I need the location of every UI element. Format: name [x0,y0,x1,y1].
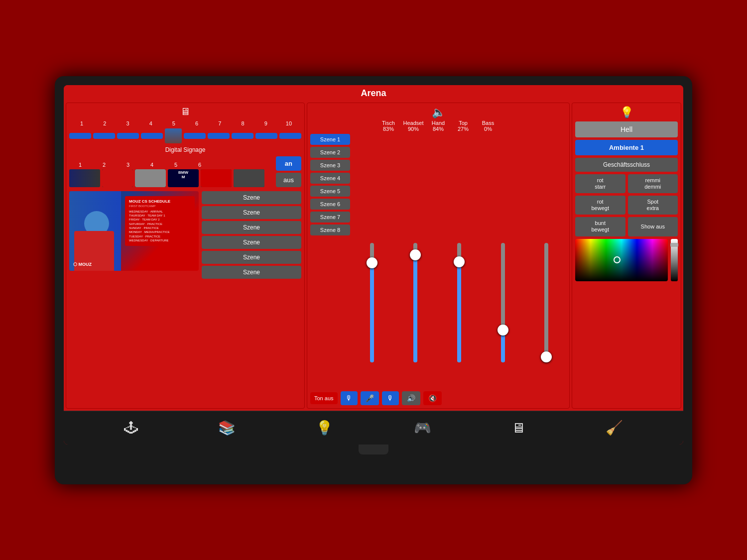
color-cursor [614,256,621,263]
screen-btn-6[interactable] [184,133,206,139]
scene-buttons-col: Szene Szene Szene Szene Szene Szene [202,191,301,405]
btn-vol-off[interactable]: 🔇 [423,391,442,405]
screen-num-1: 1 [71,120,92,126]
brightness-slider[interactable] [671,239,678,281]
btn-vol[interactable]: 🔊 [402,391,420,405]
audio-scene-7[interactable]: Szene 7 [310,212,350,223]
ds-thumb-4: BMWM [168,169,199,187]
btn-rot-bewegt[interactable]: rotbewegt [575,196,625,215]
nav-layers[interactable]: 📚 [218,420,236,436]
audio-bottom-controls: Ton aus 🎙 🎤 🎙 🔊 🔇 [310,389,566,405]
sliders-area [352,134,566,387]
monitor-stand [359,445,388,454]
screen-buttons-row [69,128,301,143]
screen-num-2: 2 [94,120,115,126]
btn-rot-starr[interactable]: rotstarr [575,174,625,193]
btn-spot-extra[interactable]: Spotextra [628,196,678,215]
nav-light[interactable]: 💡 [316,420,333,436]
ds-thumb-5 [201,169,232,187]
panel-left: 🖥 1 2 3 4 5 6 7 8 9 10 [66,103,305,409]
audio-scene-5[interactable]: Szene 5 [310,186,350,197]
btn-geschaft[interactable]: Geschäftsschluss [575,158,678,172]
digital-signage-section: 1 2 3 4 5 6 [69,156,301,187]
audio-scene-1[interactable]: Szene 1 [310,134,350,145]
ds-thumb-3 [135,169,166,187]
schedule-text: MOUZ CS SCHEDULE FIRST BOOTCAMP WEDNESDA… [125,196,195,246]
audio-content: Szene 1 Szene 2 Szene 3 Szene 4 Szene 5 … [310,134,566,387]
scene-btn-2[interactable]: Szene [202,206,301,219]
btn-mic-2[interactable]: 🎤 [361,391,379,405]
audio-scene-4[interactable]: Szene 4 [310,173,350,184]
scene-btn-4[interactable]: Szene [202,236,301,249]
label-bass: Bass 0% [477,120,499,132]
screen-btn-3[interactable] [117,133,139,139]
btn-aus[interactable]: aus [276,173,301,187]
gamepad-icon: 🎮 [414,420,431,436]
audio-header: 🔈 Tisch 83% Headset 90% Hand 84% [310,106,566,132]
screen-num-7: 7 [209,120,230,126]
screen-btn-1[interactable] [69,133,91,139]
color-picker[interactable] [575,239,678,405]
brightness-thumb [670,243,678,247]
mouz-logo: ⬡ MOUZ [73,262,92,267]
audio-scene-2[interactable]: Szene 2 [310,147,350,158]
nav-gamepad[interactable]: 🎮 [414,420,431,436]
screen-btn-10[interactable] [279,133,301,139]
btn-on[interactable]: an [276,156,301,171]
screen-btn-7[interactable] [208,133,230,139]
btn-mic-1[interactable]: 🎙 [341,391,358,405]
scene-btn-6[interactable]: Szene [202,266,301,279]
screen-num-9: 9 [255,120,276,126]
btn-ambiente[interactable]: Ambiente 1 [575,140,678,155]
scene-btn-3[interactable]: Szene [202,221,301,234]
audio-scene-list: Szene 1 Szene 2 Szene 3 Szene 4 Szene 5 … [310,134,350,387]
screen-btn-9[interactable] [255,133,277,139]
ds-numbers-row: 1 2 3 4 5 6 [69,162,274,168]
on-off-col: an aus [276,156,301,187]
slider-headset[interactable] [396,243,436,382]
btn-hell[interactable]: Hell [575,121,678,137]
tools-icon: 🧹 [606,420,623,436]
nav-monitor-icon: 🖥 [511,420,525,436]
ds-label: Digital Signage [69,145,301,154]
audio-scene-3[interactable]: Szene 3 [310,160,350,171]
scene-btn-5[interactable]: Szene [202,251,301,264]
screen-monitor-icon: 🖥 [69,106,301,118]
screen-header: Arena [64,85,683,101]
btn-show-aus[interactable]: Show aus [628,217,678,236]
slider-tisch[interactable] [352,243,392,382]
btn-ton-aus[interactable]: Ton aus [310,392,338,404]
screen-num-3: 3 [117,120,138,126]
footer-nav: 🕹 📚 💡 🎮 🖥 🧹 [64,411,683,445]
nav-tools[interactable]: 🧹 [606,420,623,436]
btn-mic-3[interactable]: 🎙 [382,391,399,405]
screen-body: 🖥 1 2 3 4 5 6 7 8 9 10 [64,101,683,411]
slider-hand[interactable] [439,243,479,382]
scene-btn-1[interactable]: Szene [202,191,301,204]
screen-btn-8[interactable] [232,133,253,139]
nav-joystick[interactable]: 🕹 [124,420,138,436]
nav-monitor[interactable]: 🖥 [511,420,525,436]
slider-bass[interactable] [526,243,566,382]
audio-scene-6[interactable]: Szene 6 [310,199,350,210]
audio-scene-8[interactable]: Szene 8 [310,224,350,235]
ds-thumbnails: BMWM [69,169,274,187]
btn-bunt-bewegt[interactable]: buntbewegt [575,217,625,236]
preview-image: MOUZ CS SCHEDULE FIRST BOOTCAMP WEDNESDA… [69,191,199,271]
screen-btn-2[interactable] [93,133,115,139]
screen-numbers-row: 1 2 3 4 5 6 7 8 9 10 [69,120,301,126]
screen-num-4: 4 [140,120,161,126]
schedule-subtitle: FIRST BOOTCAMP [129,205,191,208]
ds-thumb-1 [69,169,100,187]
screen-btn-4[interactable] [141,133,163,139]
preview-section: MOUZ CS SCHEDULE FIRST BOOTCAMP WEDNESDA… [69,191,301,405]
screen-num-8: 8 [232,120,253,126]
color-spectrum[interactable] [575,239,668,281]
btn-remmi-demmi[interactable]: remmidemmi [628,174,678,193]
label-hand: Hand 84% [427,120,449,132]
audio-labels-row: Tisch 83% Headset 90% Hand 84% Top [377,120,499,132]
light-grid: rotstarr remmidemmi rotbewegt Spotextra … [575,174,678,236]
panel-right: 💡 Hell Ambiente 1 Geschäftsschluss rotst… [572,103,681,409]
slider-top[interactable] [483,243,523,382]
ds-thumb-6 [234,169,264,187]
